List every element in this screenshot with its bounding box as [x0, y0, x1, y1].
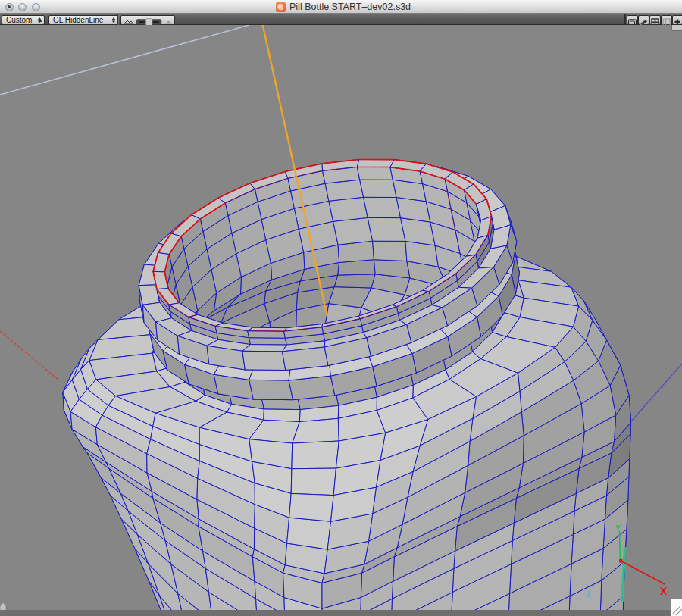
svg-text:X: X	[660, 585, 668, 597]
svg-text:Z: Z	[586, 589, 591, 599]
svg-text:Y: Y	[615, 524, 621, 533]
